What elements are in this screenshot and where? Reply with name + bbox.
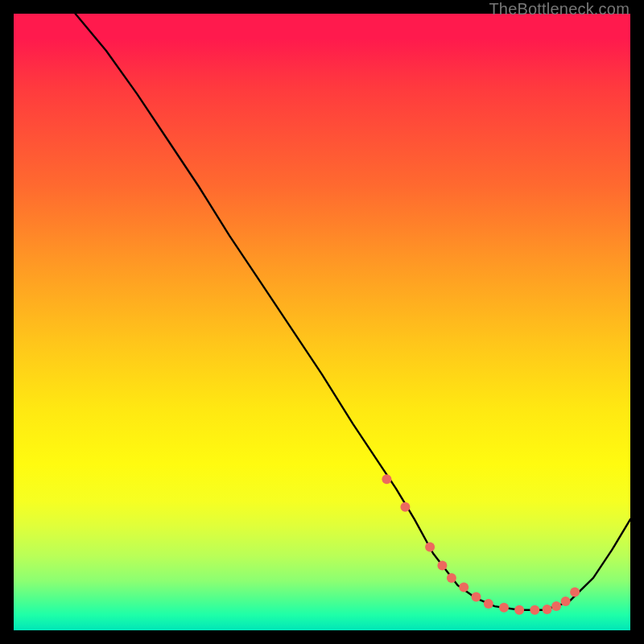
curve-dot (570, 588, 580, 597)
curve-dot (459, 582, 469, 592)
curve-dot (561, 597, 571, 606)
curve-dot (499, 603, 509, 613)
watermark-text: TheBottleneck.com (489, 0, 630, 19)
curve-dot (551, 601, 561, 611)
curve-dot (425, 543, 435, 552)
curve-dot (437, 561, 447, 571)
curve-dot (484, 599, 493, 609)
curve-layer (14, 14, 630, 630)
curve-dot (543, 605, 552, 614)
chart-area (14, 14, 630, 630)
curve-dots (382, 474, 580, 614)
curve-dot (514, 605, 524, 615)
bottleneck-curve (76, 14, 630, 610)
curve-dot (472, 592, 481, 602)
curve-dot (530, 605, 539, 615)
curve-dot (447, 573, 456, 583)
curve-dot (382, 474, 391, 484)
curve-dot (400, 502, 410, 512)
